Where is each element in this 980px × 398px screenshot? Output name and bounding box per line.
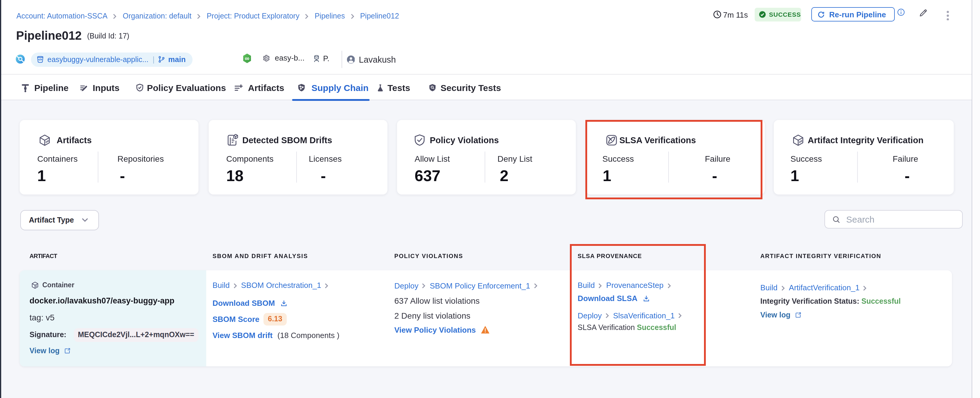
svg-text:∞: ∞ bbox=[244, 54, 249, 62]
